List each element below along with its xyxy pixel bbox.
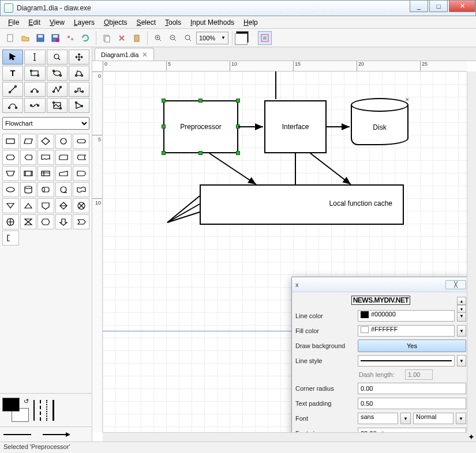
close-anchor-icon[interactable]: ✕ <box>405 97 410 103</box>
move-tool[interactable] <box>69 50 89 65</box>
font-weight-select[interactable]: Normal <box>413 413 453 424</box>
shape-seq-data[interactable] <box>55 182 72 197</box>
zoom-out-icon[interactable] <box>166 31 180 45</box>
shape-stored-data[interactable] <box>73 150 89 165</box>
zoom-fit-icon[interactable] <box>181 31 195 45</box>
font-family-select[interactable]: sans <box>358 413 398 424</box>
outline-tool[interactable] <box>69 98 89 113</box>
font-family-dropdown[interactable]: ▼ <box>400 413 411 424</box>
minimize-button[interactable]: _ <box>410 1 428 12</box>
menu-layers[interactable]: Layers <box>70 17 98 28</box>
line-style-field[interactable] <box>358 355 455 367</box>
shape-internal[interactable] <box>38 166 54 181</box>
shape-ellipse2[interactable] <box>2 182 19 197</box>
line-tool[interactable] <box>2 82 23 97</box>
node-interface[interactable]: Interface <box>264 100 327 153</box>
shape-category-select[interactable]: Flowchart <box>2 117 89 130</box>
text-tool[interactable]: T <box>2 66 23 81</box>
shape-parallelogram[interactable] <box>20 134 37 149</box>
curve-tool[interactable] <box>24 98 45 113</box>
shape-loop[interactable] <box>38 214 54 229</box>
menu-objects[interactable]: Objects <box>100 17 131 28</box>
shape-annotation[interactable] <box>2 231 19 246</box>
node-cache[interactable]: Local function cache <box>200 184 404 225</box>
shape-delay[interactable] <box>73 166 89 181</box>
menu-view[interactable]: View <box>46 17 68 28</box>
node-disk[interactable]: Disk <box>351 98 408 150</box>
color-swatch-pair[interactable] <box>236 31 253 45</box>
dialog-titlebar[interactable]: x ╳ <box>292 277 467 292</box>
zoom-level-input[interactable]: 100%▼ <box>196 32 228 44</box>
refresh-icon[interactable] <box>78 31 92 45</box>
menu-tools[interactable]: Tools <box>162 17 185 28</box>
copy-icon[interactable] <box>100 31 114 45</box>
paste-icon[interactable] <box>130 31 144 45</box>
menu-help[interactable]: Help <box>240 17 261 28</box>
scroll-spinner[interactable]: ▲▼ <box>457 295 466 315</box>
shape-collate[interactable] <box>20 214 37 229</box>
polygon-tool[interactable] <box>69 66 89 81</box>
shape-manual-op[interactable] <box>2 166 19 181</box>
font-size-input[interactable] <box>358 428 466 432</box>
shape-or[interactable] <box>2 214 19 229</box>
new-file-icon[interactable] <box>3 31 17 45</box>
menu-select[interactable]: Select <box>133 17 159 28</box>
corner-radius-input[interactable] <box>358 383 466 394</box>
shape-extract[interactable] <box>20 198 37 213</box>
shape-decision[interactable] <box>38 134 54 149</box>
shape-arrow-down[interactable] <box>55 214 72 229</box>
shape-sort[interactable] <box>55 198 72 213</box>
navigator-button[interactable]: ✦ <box>467 432 476 441</box>
tab-diagram1[interactable]: Diagram1.dia ✕ <box>95 48 154 61</box>
horizontal-scrollbar[interactable] <box>103 432 467 441</box>
menu-input-methods[interactable]: Input Methods <box>187 17 238 28</box>
shape-chevron[interactable] <box>73 214 89 229</box>
bezier-tool[interactable] <box>2 98 23 113</box>
line-color-field[interactable]: #000000 <box>358 310 455 322</box>
arc-tool[interactable] <box>24 82 45 97</box>
zigzag-tool[interactable] <box>47 82 68 97</box>
canvas[interactable]: Preprocessor Interface Disk ✕ Local func <box>103 71 467 432</box>
fill-color-field[interactable]: #FFFFFF <box>358 325 455 337</box>
tab-close-icon[interactable]: ✕ <box>142 51 148 59</box>
shape-direct-data[interactable] <box>38 182 54 197</box>
open-file-icon[interactable] <box>18 31 32 45</box>
shape-document[interactable] <box>38 150 54 165</box>
close-button[interactable]: ✕ <box>449 1 475 12</box>
text-cursor-tool[interactable] <box>24 50 45 65</box>
line-pattern-picker[interactable] <box>33 400 57 421</box>
shape-manual-input[interactable] <box>55 166 72 181</box>
snap-grid-toggle-icon[interactable] <box>258 31 272 45</box>
shape-summing[interactable] <box>73 198 89 213</box>
dialog-close-button[interactable]: ╳ <box>445 280 466 289</box>
draw-bg-toggle[interactable]: Yes <box>358 339 466 352</box>
shape-process[interactable] <box>2 134 19 149</box>
shape-connector[interactable] <box>55 134 72 149</box>
shape-tape[interactable] <box>73 182 89 197</box>
menu-file[interactable]: File <box>5 17 23 28</box>
pointer-tool[interactable] <box>2 50 23 65</box>
shape-merge[interactable] <box>2 198 19 213</box>
line-style-dropdown[interactable]: ▼ <box>457 355 466 367</box>
text-padding-input[interactable] <box>358 398 466 409</box>
shape-database[interactable] <box>20 182 37 197</box>
maximize-button[interactable]: □ <box>429 1 448 12</box>
foreground-background-swatches[interactable]: ↺ <box>2 398 29 423</box>
shape-preparation[interactable] <box>2 150 19 165</box>
shape-terminal[interactable] <box>73 134 89 149</box>
zoom-tool[interactable] <box>47 50 68 65</box>
zoom-in-icon[interactable] <box>151 31 165 45</box>
cut-icon[interactable] <box>115 31 129 45</box>
save-icon[interactable] <box>33 31 47 45</box>
shape-card[interactable] <box>55 150 72 165</box>
shape-offpage[interactable] <box>38 198 54 213</box>
image-tool[interactable] <box>47 98 68 113</box>
rect-tool[interactable] <box>24 66 45 81</box>
save-as-icon[interactable] <box>48 31 62 45</box>
menu-edit[interactable]: Edit <box>25 17 44 28</box>
font-weight-dropdown[interactable]: ▼ <box>456 413 466 424</box>
shape-display[interactable] <box>20 150 37 165</box>
ellipse-tool[interactable] <box>47 66 68 81</box>
node-preprocessor[interactable]: Preprocessor <box>163 100 238 153</box>
fill-color-dropdown[interactable]: ▼ <box>457 325 466 337</box>
